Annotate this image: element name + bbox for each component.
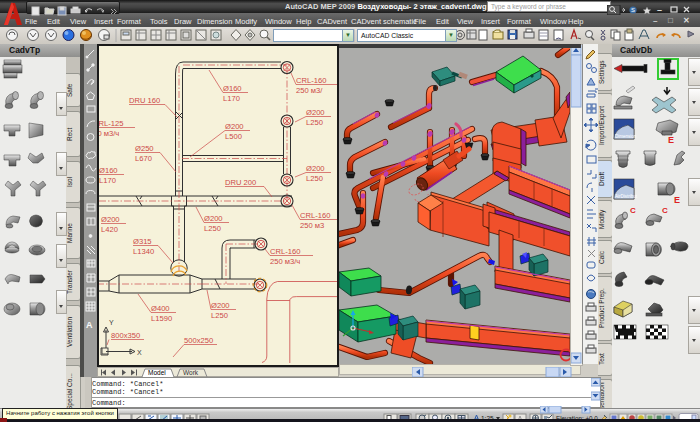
svg-text:Dimension: Dimension (615, 134, 637, 139)
svg-text:–: – (657, 5, 662, 15)
svg-text:L170: L170 (99, 176, 116, 185)
svg-text:Model: Model (148, 369, 166, 376)
svg-text:250 м3: 250 м3 (300, 221, 324, 230)
svg-text:250 м3/ч: 250 м3/ч (270, 257, 300, 266)
svg-text:Ø400: Ø400 (151, 304, 170, 313)
svg-text:250 м3/: 250 м3/ (296, 86, 323, 95)
svg-text:Ø200: Ø200 (306, 164, 325, 173)
svg-text:L250: L250 (306, 174, 323, 183)
svg-text:Ø315: Ø315 (133, 237, 152, 246)
svg-text:L670: L670 (135, 154, 152, 163)
svg-text:L420: L420 (101, 225, 118, 234)
svg-text:CRL-125: CRL-125 (99, 119, 123, 128)
svg-text:L500: L500 (225, 132, 242, 141)
svg-text:Work: Work (183, 369, 199, 376)
svg-text:L1590: L1590 (151, 314, 172, 323)
svg-text:Ø200: Ø200 (204, 214, 223, 223)
svg-text:A: A (86, 320, 93, 330)
svg-text:800x350: 800x350 (111, 331, 140, 340)
svg-text:DRU 160: DRU 160 (129, 96, 160, 105)
svg-text:CRL-160: CRL-160 (296, 76, 326, 85)
svg-text:Ø200: Ø200 (101, 215, 120, 224)
svg-text:C: C (662, 206, 668, 215)
svg-text:C: C (630, 206, 636, 215)
svg-text:E: E (674, 195, 680, 205)
svg-text:DRU 200: DRU 200 (225, 178, 256, 187)
svg-text:E: E (668, 135, 674, 145)
svg-text:CRL-160: CRL-160 (300, 211, 330, 220)
svg-text:L1340: L1340 (133, 247, 154, 256)
svg-text:AirDistribut: AirDistribut (615, 194, 638, 199)
svg-text:S: S (631, 7, 635, 13)
svg-text:Y: Y (109, 319, 114, 326)
svg-text:250 м3/ч: 250 м3/ч (99, 129, 119, 138)
svg-text:L250: L250 (204, 224, 221, 233)
svg-text:Ø250: Ø250 (135, 144, 154, 153)
svg-text:X: X (137, 349, 142, 356)
svg-text:Ø200: Ø200 (211, 301, 230, 310)
svg-text:L250: L250 (211, 311, 228, 320)
svg-text:L170: L170 (223, 94, 240, 103)
svg-text:Ø160: Ø160 (223, 84, 242, 93)
svg-text:Ø160: Ø160 (99, 166, 118, 175)
svg-text:L250: L250 (306, 118, 323, 127)
svg-text:CRL-160: CRL-160 (270, 247, 300, 256)
svg-text:Ø200: Ø200 (225, 122, 244, 131)
svg-text:Ø200: Ø200 (306, 108, 325, 117)
svg-text:500x250: 500x250 (184, 336, 213, 345)
